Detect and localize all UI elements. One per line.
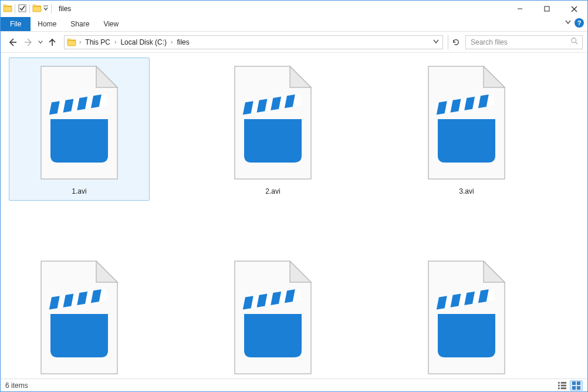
refresh-button[interactable] [448, 35, 463, 49]
ribbon-tab-file[interactable]: File [1, 17, 31, 31]
separator [29, 4, 30, 13]
titlebar: files [1, 1, 587, 17]
maximize-button[interactable] [533, 1, 560, 17]
search-input[interactable] [469, 38, 570, 47]
chevron-right-icon[interactable]: › [113, 39, 118, 45]
breadcrumb-folder[interactable]: files [174, 36, 191, 49]
navigation-bar: › This PC › Local Disk (C:) › files [1, 32, 587, 53]
file-item[interactable]: 3.avi [396, 58, 537, 201]
ribbon-tab-view[interactable]: View [96, 18, 126, 31]
chevron-right-icon[interactable]: › [77, 39, 83, 45]
video-file-icon [423, 259, 511, 376]
video-file-icon [229, 259, 317, 376]
file-item[interactable]: 5.avi [202, 252, 343, 379]
ribbon-expand-icon[interactable] [565, 19, 571, 27]
details-view-button[interactable] [556, 380, 569, 391]
status-item-count: 6 items [5, 381, 28, 390]
file-name: 1.avi [72, 187, 86, 195]
video-file-icon [423, 64, 511, 181]
search-icon[interactable] [570, 37, 579, 47]
ribbon-tab-home[interactable]: Home [31, 18, 63, 31]
icon-grid: 1.avi2.avi3.avi4.avi5.avi6.avi [9, 58, 580, 379]
file-item[interactable]: 1.avi [9, 58, 150, 201]
window-title: files [59, 5, 71, 13]
ribbon-right: ? [565, 18, 584, 28]
separator [15, 4, 15, 13]
file-name: 2.avi [265, 187, 280, 195]
ribbon-tab-share[interactable]: Share [63, 18, 96, 31]
recent-locations-dropdown[interactable] [38, 39, 43, 45]
file-list[interactable]: 1.avi2.avi3.avi4.avi5.avi6.avi [1, 53, 587, 379]
svg-rect-16 [545, 6, 549, 11]
breadcrumb-drive[interactable]: Local Disk (C:) [118, 36, 169, 49]
back-button[interactable] [5, 35, 19, 49]
file-item[interactable]: 4.avi [9, 252, 150, 379]
ribbon: File Home Share View ? [1, 17, 587, 32]
large-icons-view-button[interactable] [570, 380, 583, 391]
chevron-right-icon[interactable]: › [169, 39, 174, 45]
up-button[interactable] [45, 35, 59, 49]
help-icon[interactable]: ? [575, 18, 584, 28]
close-button[interactable] [560, 1, 587, 17]
forward-button[interactable] [22, 35, 36, 49]
status-bar: 6 items [1, 379, 587, 391]
video-file-icon [229, 64, 317, 181]
video-file-icon [35, 64, 123, 181]
folder-icon [32, 4, 42, 15]
minimize-button[interactable] [506, 1, 533, 17]
window-controls [506, 1, 587, 17]
folder-icon [66, 38, 77, 47]
file-item[interactable]: 6.avi [396, 252, 537, 379]
video-file-icon [35, 259, 123, 376]
properties-checkbox-icon[interactable] [18, 4, 27, 15]
quick-access-toolbar: files [1, 1, 71, 17]
qat-dropdown-icon[interactable] [43, 5, 49, 13]
file-name: 3.avi [459, 187, 474, 195]
folder-icon [3, 4, 12, 15]
address-bar[interactable]: › This PC › Local Disk (C:) › files [64, 35, 443, 49]
separator [51, 4, 52, 13]
address-dropdown-icon[interactable] [433, 38, 439, 46]
file-item[interactable]: 2.avi [202, 58, 343, 201]
breadcrumb-this-pc[interactable]: This PC [83, 36, 113, 49]
svg-point-17 [572, 38, 576, 43]
search-box[interactable] [465, 35, 583, 49]
explorer-window: files File Home Share View ? › This PC ›… [0, 0, 588, 392]
